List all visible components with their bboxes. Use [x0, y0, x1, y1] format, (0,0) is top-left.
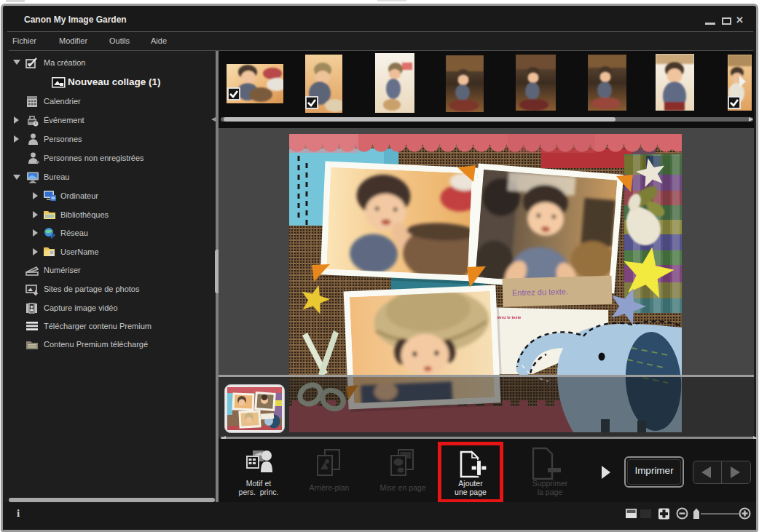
svg-text:Entrez du texte.: Entrez du texte.: [512, 287, 568, 297]
